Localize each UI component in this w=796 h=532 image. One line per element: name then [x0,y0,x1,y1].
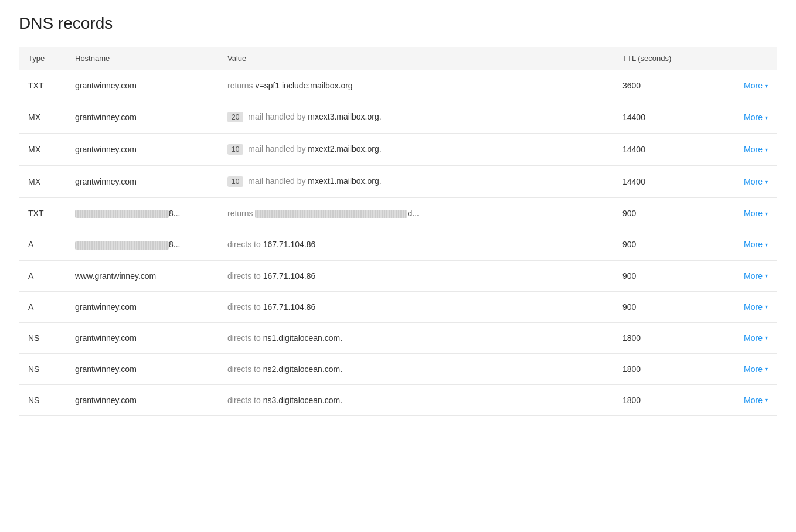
record-value: directs to 167.71.104.86 [218,291,613,322]
table-row: TXT8...returns d...900More▾ [19,198,777,229]
record-type: NS [19,322,66,353]
page-title: DNS records [19,14,777,33]
record-value: 20mail handled by mxext3.mailbox.org. [218,101,613,134]
more-button[interactable]: More▾ [744,240,768,249]
record-value: returns d... [218,198,613,229]
record-more-cell: More▾ [707,260,777,291]
record-value: directs to ns2.digitalocean.com. [218,353,613,384]
record-ttl: 1800 [613,384,707,415]
chevron-down-icon: ▾ [765,179,768,185]
table-row: Agrantwinney.comdirects to 167.71.104.86… [19,291,777,322]
record-ttl: 900 [613,291,707,322]
record-hostname: grantwinney.com [66,353,218,384]
more-button[interactable]: More▾ [744,145,768,154]
table-row: MXgrantwinney.com10mail handled by mxext… [19,134,777,166]
record-more-cell: More▾ [707,134,777,166]
chevron-down-icon: ▾ [765,335,768,341]
table-row: TXTgrantwinney.comreturns v=spf1 include… [19,70,777,101]
more-label: More [744,112,763,122]
chevron-down-icon: ▾ [765,397,768,403]
record-more-cell: More▾ [707,198,777,229]
more-label: More [744,333,763,343]
record-hostname: grantwinney.com [66,291,218,322]
more-label: More [744,177,763,186]
priority-badge: 20 [227,112,243,122]
value-prefix: returns [227,81,255,90]
record-hostname: 8... [66,198,218,229]
col-header-ttl: TTL (seconds) [613,47,707,70]
record-hostname: grantwinney.com [66,166,218,198]
col-header-value: Value [218,47,613,70]
record-type: TXT [19,70,66,101]
record-value: directs to 167.71.104.86 [218,260,613,291]
more-label: More [744,81,763,90]
chevron-down-icon: ▾ [765,241,768,248]
table-row: NSgrantwinney.comdirects to ns1.digitalo… [19,322,777,353]
value-highlight: ns2.digitalocean.com. [263,364,342,374]
record-type: A [19,229,66,260]
table-row: MXgrantwinney.com10mail handled by mxext… [19,166,777,198]
record-more-cell: More▾ [707,229,777,260]
record-type: NS [19,384,66,415]
table-header: Type Hostname Value TTL (seconds) [19,47,777,70]
more-label: More [744,240,763,249]
table-row: NSgrantwinney.comdirects to ns2.digitalo… [19,353,777,384]
record-more-cell: More▾ [707,291,777,322]
table-row: MXgrantwinney.com20mail handled by mxext… [19,101,777,134]
value-highlight: v=spf1 include:mailbox.org [255,81,352,90]
record-value: directs to 167.71.104.86 [218,229,613,260]
chevron-down-icon: ▾ [765,146,768,153]
record-type: NS [19,353,66,384]
table-row: NSgrantwinney.comdirects to ns3.digitalo… [19,384,777,415]
chevron-down-icon: ▾ [765,114,768,121]
more-label: More [744,364,763,374]
record-value: directs to ns3.digitalocean.com. [218,384,613,415]
value-prefix: directs to [227,395,263,405]
more-button[interactable]: More▾ [744,333,768,343]
record-type: A [19,291,66,322]
value-prefix: directs to [227,364,263,374]
record-type: MX [19,101,66,134]
more-label: More [744,395,763,405]
value-prefix: mail handled by [248,144,308,154]
record-hostname: grantwinney.com [66,322,218,353]
record-ttl: 900 [613,229,707,260]
value-prefix: returns [227,209,255,218]
record-type: MX [19,134,66,166]
record-more-cell: More▾ [707,353,777,384]
record-ttl: 900 [613,198,707,229]
record-value: 10mail handled by mxext2.mailbox.org. [218,134,613,166]
value-prefix: directs to [227,302,263,312]
table-body: TXTgrantwinney.comreturns v=spf1 include… [19,70,777,416]
more-button[interactable]: More▾ [744,302,768,312]
more-button[interactable]: More▾ [744,209,768,218]
record-hostname: grantwinney.com [66,384,218,415]
priority-badge: 10 [227,144,243,155]
more-button[interactable]: More▾ [744,112,768,122]
value-highlight: 167.71.104.86 [263,240,316,249]
more-button[interactable]: More▾ [744,177,768,186]
value-prefix: directs to [227,271,263,281]
more-label: More [744,209,763,218]
table-row: A8...directs to 167.71.104.86900More▾ [19,229,777,260]
record-type: A [19,260,66,291]
more-button[interactable]: More▾ [744,81,768,90]
more-button[interactable]: More▾ [744,395,768,405]
chevron-down-icon: ▾ [765,366,768,372]
chevron-down-icon: ▾ [765,210,768,217]
chevron-down-icon: ▾ [765,272,768,279]
record-ttl: 14400 [613,166,707,198]
dns-records-table: Type Hostname Value TTL (seconds) TXTgra… [19,47,777,416]
col-header-more [707,47,777,70]
record-value: 10mail handled by mxext1.mailbox.org. [218,166,613,198]
value-prefix: mail handled by [248,176,308,186]
record-type: TXT [19,198,66,229]
more-button[interactable]: More▾ [744,271,768,281]
record-ttl: 14400 [613,101,707,134]
value-highlight: mxext1.mailbox.org. [308,176,381,186]
more-button[interactable]: More▾ [744,364,768,374]
record-hostname: www.grantwinney.com [66,260,218,291]
value-highlight: mxext2.mailbox.org. [308,144,381,154]
record-more-cell: More▾ [707,384,777,415]
record-more-cell: More▾ [707,101,777,134]
